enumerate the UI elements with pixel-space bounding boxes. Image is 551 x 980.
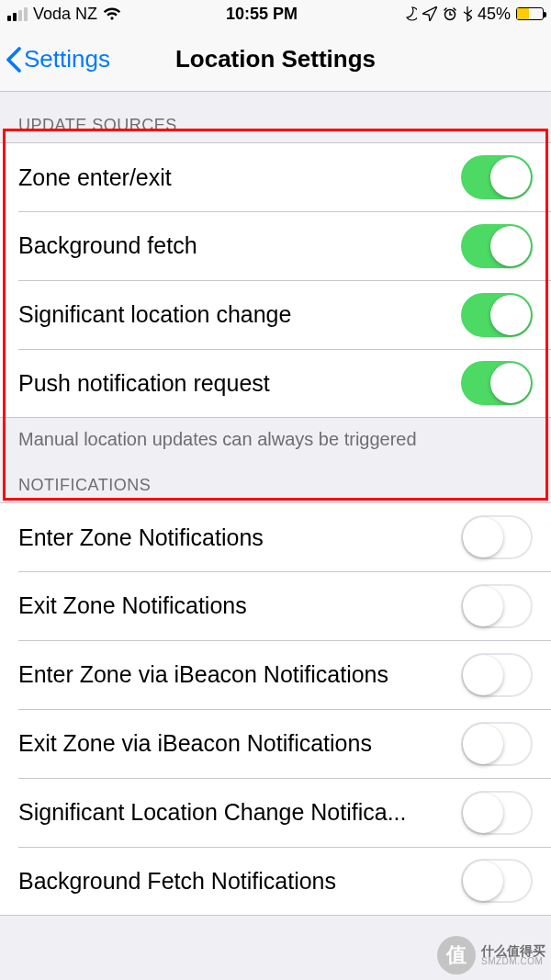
toggle-enter-zone-ibeacon-notifications[interactable] <box>461 653 533 697</box>
row-exit-zone-ibeacon-notifications[interactable]: Exit Zone via iBeacon Notifications <box>0 709 551 778</box>
status-bar: Voda NZ 10:55 PM 45% <box>0 0 551 28</box>
carrier-label: Voda NZ <box>33 5 97 24</box>
row-significant-location-change[interactable]: Significant location change <box>0 280 551 349</box>
row-enter-zone-ibeacon-notifications[interactable]: Enter Zone via iBeacon Notifications <box>0 640 551 709</box>
toggle-zone-enter-exit[interactable] <box>461 155 533 199</box>
status-left: Voda NZ <box>7 5 121 24</box>
section-header-update-sources: UPDATE SOURCES <box>0 92 551 142</box>
row-background-fetch[interactable]: Background fetch <box>0 211 551 280</box>
toggle-push-notification-request[interactable] <box>461 361 533 405</box>
row-background-fetch-notifications[interactable]: Background Fetch Notifications <box>0 847 551 916</box>
status-right: 45% <box>402 5 544 24</box>
toggle-significant-location-change-notifications[interactable] <box>461 791 533 835</box>
section-footer-update-sources: Manual location updates can always be tr… <box>0 418 551 467</box>
chevron-left-icon <box>6 46 22 73</box>
bluetooth-icon <box>463 6 472 22</box>
row-label: Enter Zone Notifications <box>18 524 275 551</box>
status-time: 10:55 PM <box>226 5 298 24</box>
row-label: Significant Location Change Notifica... <box>18 799 417 826</box>
toggle-background-fetch-notifications[interactable] <box>461 859 533 903</box>
row-label: Significant location change <box>18 301 302 328</box>
toggle-exit-zone-notifications[interactable] <box>461 584 533 628</box>
battery-percent: 45% <box>478 5 511 24</box>
row-label: Exit Zone Notifications <box>18 592 258 619</box>
row-label: Zone enter/exit <box>18 164 183 191</box>
row-label: Push notification request <box>18 370 281 397</box>
nav-bar: Settings Location Settings <box>0 28 551 92</box>
watermark-url: SMZDM.COM <box>481 957 545 966</box>
alarm-icon <box>443 6 457 21</box>
row-label: Exit Zone via iBeacon Notifications <box>18 730 383 757</box>
toggle-enter-zone-notifications[interactable] <box>461 515 533 559</box>
do-not-disturb-icon <box>402 6 417 21</box>
wifi-icon <box>103 7 121 20</box>
row-label: Background Fetch Notifications <box>18 868 347 895</box>
watermark: 值 什么值得买 SMZDM.COM <box>437 936 545 974</box>
watermark-text: 什么值得买 <box>481 944 545 957</box>
row-significant-location-change-notifications[interactable]: Significant Location Change Notifica... <box>0 778 551 847</box>
toggle-significant-location-change[interactable] <box>461 293 533 337</box>
toggle-exit-zone-ibeacon-notifications[interactable] <box>461 722 533 766</box>
battery-icon <box>516 7 544 20</box>
signal-strength-icon <box>7 7 28 21</box>
location-services-icon <box>422 6 437 21</box>
back-label: Settings <box>24 45 110 73</box>
toggle-background-fetch[interactable] <box>461 224 533 268</box>
watermark-icon: 值 <box>437 936 476 974</box>
row-label: Enter Zone via iBeacon Notifications <box>18 661 399 688</box>
row-label: Background fetch <box>18 232 208 259</box>
row-exit-zone-notifications[interactable]: Exit Zone Notifications <box>0 571 551 640</box>
section-header-notifications: NOTIFICATIONS <box>0 467 551 502</box>
row-push-notification-request[interactable]: Push notification request <box>0 349 551 418</box>
row-zone-enter-exit[interactable]: Zone enter/exit <box>0 142 551 211</box>
back-button[interactable]: Settings <box>0 45 110 73</box>
row-enter-zone-notifications[interactable]: Enter Zone Notifications <box>0 502 551 571</box>
